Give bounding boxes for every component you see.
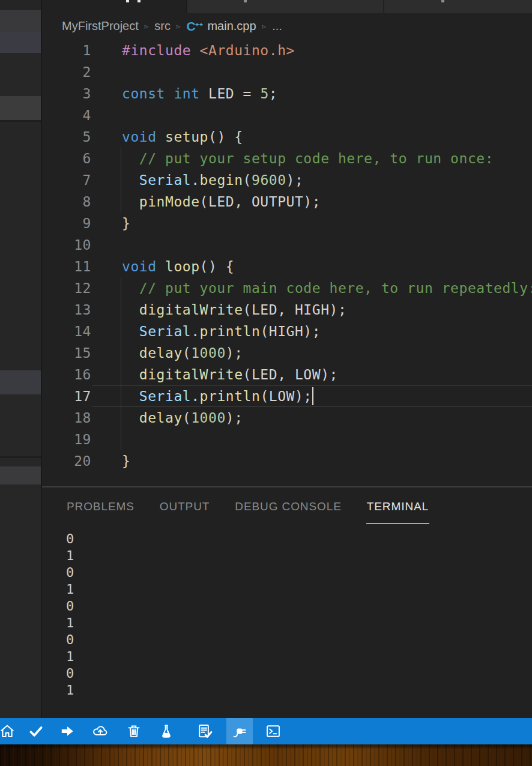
code-text: Serial.println(LOW); <box>122 385 312 407</box>
tasks-checklist-icon[interactable] <box>192 718 218 744</box>
breadcrumb-item-src[interactable]: src <box>154 19 171 33</box>
serial-monitor-plug-icon <box>231 723 249 740</box>
code-line[interactable]: 7 Serial.begin(9600); <box>42 169 532 191</box>
code-token: LED = <box>200 86 261 101</box>
line-number[interactable]: 16 <box>42 364 91 385</box>
cpp-file-icon: C⁺⁺ <box>187 19 204 34</box>
code-line[interactable]: 19 <box>42 429 532 450</box>
breadcrumb-item-project[interactable]: MyFirstProject <box>62 19 139 33</box>
line-number[interactable]: 14 <box>42 321 91 342</box>
code-token: <Arduino.h> <box>200 43 295 58</box>
line-number[interactable]: 5 <box>42 126 91 148</box>
code-line[interactable]: 9} <box>42 213 532 234</box>
chevron-right-icon: ▹ <box>262 22 267 31</box>
serial-monitor-plug-icon[interactable] <box>226 718 253 744</box>
background-band <box>0 484 42 718</box>
line-number[interactable]: 7 <box>42 169 91 191</box>
code-line[interactable]: 20} <box>42 450 532 472</box>
code-editor[interactable]: 1#include <Arduino.h>23const int LED = 5… <box>42 40 532 472</box>
tab-inactive-clipped[interactable] <box>187 0 384 13</box>
code-token: pinMode <box>139 194 200 210</box>
remote-upload-cloud-icon[interactable] <box>87 718 113 744</box>
line-number[interactable]: 4 <box>42 104 91 126</box>
code-token: ); <box>226 410 243 426</box>
code-text: delay(1000); <box>122 407 243 429</box>
code-line[interactable]: 13 digitalWrite(LED, HIGH); <box>42 299 532 321</box>
code-token: println <box>200 324 261 339</box>
line-number[interactable]: 13 <box>42 299 91 321</box>
code-token: ; <box>269 86 277 101</box>
clean-trash-icon <box>126 723 142 739</box>
panel-tab-debug-console[interactable]: DEBUG CONSOLE <box>234 487 342 524</box>
code-line[interactable]: 17 Serial.println(LOW); <box>42 385 532 407</box>
upload-arrow-icon[interactable] <box>54 718 80 744</box>
code-line[interactable]: 6 // put your setup code here, to run on… <box>42 148 532 169</box>
home-icon[interactable] <box>0 718 20 744</box>
tab-inactive-clipped[interactable] <box>384 0 532 13</box>
clean-trash-icon[interactable] <box>121 718 147 744</box>
code-line[interactable]: 11void loop() { <box>42 256 532 277</box>
code-text: void loop() { <box>122 256 234 277</box>
code-token <box>122 410 139 426</box>
panel-tab-output[interactable]: OUTPUT <box>159 487 211 524</box>
line-number[interactable]: 15 <box>42 342 91 364</box>
code-token: void <box>122 259 157 274</box>
code-line[interactable]: 14 Serial.println(HIGH); <box>42 321 532 342</box>
line-number[interactable]: 1 <box>42 40 91 61</box>
editor-area: MyFirstProject ▹ src ▹ C⁺⁺ main.cpp ▹ ..… <box>42 0 532 718</box>
tasks-checklist-icon <box>196 723 213 740</box>
line-number[interactable]: 19 <box>42 429 91 450</box>
code-line[interactable]: 4 <box>42 104 532 126</box>
line-number[interactable]: 3 <box>42 83 91 104</box>
code-text: digitalWrite(LED, LOW); <box>122 364 338 385</box>
editor-tab-bar <box>42 0 532 13</box>
background-band <box>0 96 42 120</box>
panel-tab-terminal[interactable]: TERMINAL <box>366 487 429 524</box>
text-cursor <box>312 387 313 405</box>
code-line[interactable]: 12 // put your main code here, to run re… <box>42 277 532 299</box>
line-number[interactable]: 12 <box>42 277 91 299</box>
code-token <box>122 302 139 318</box>
line-number[interactable]: 20 <box>42 450 91 472</box>
line-number[interactable]: 8 <box>42 191 91 213</box>
line-number[interactable]: 10 <box>42 234 91 256</box>
line-number[interactable]: 11 <box>42 256 91 277</box>
code-line[interactable]: 8 pinMode(LED, OUTPUT); <box>42 191 532 213</box>
line-number[interactable]: 6 <box>42 148 91 169</box>
code-line[interactable]: 16 digitalWrite(LED, LOW); <box>42 364 532 385</box>
terminal-toggle-icon[interactable] <box>260 718 286 744</box>
build-check-icon[interactable] <box>23 718 49 744</box>
code-line[interactable]: 5void setup() { <box>42 126 532 148</box>
tab-label-clipped <box>441 0 444 2</box>
terminal-toggle-icon <box>265 723 282 740</box>
code-token: . <box>191 388 199 404</box>
breadcrumb-item-symbol-ellipsis[interactable]: ... <box>272 19 282 33</box>
code-token: loop <box>165 259 200 274</box>
code-text: Serial.begin(9600); <box>122 169 303 191</box>
code-text: Serial.println(HIGH); <box>122 321 321 342</box>
code-line[interactable]: 15 delay(1000); <box>42 342 532 364</box>
code-line[interactable]: 1#include <Arduino.h> <box>42 40 532 61</box>
code-text: const int LED = 5; <box>122 83 277 104</box>
terminal-output[interactable]: 0101010101 <box>66 531 74 699</box>
panel-tab-problems[interactable]: PROBLEMS <box>66 487 135 524</box>
line-number[interactable]: 9 <box>42 213 91 234</box>
code-line[interactable]: 3const int LED = 5; <box>42 83 532 104</box>
code-line[interactable]: 18 delay(1000); <box>42 407 532 429</box>
code-token: . <box>191 324 199 339</box>
background-sidebar-strip <box>0 0 42 718</box>
line-number[interactable]: 17 <box>42 385 91 407</box>
code-token: setup <box>165 129 208 145</box>
test-flask-icon[interactable] <box>153 718 180 744</box>
line-number[interactable]: 2 <box>42 61 91 83</box>
line-number[interactable]: 18 <box>42 407 91 429</box>
terminal-line: 1 <box>66 648 74 665</box>
code-token: void <box>122 129 157 145</box>
tab-active-clipped[interactable] <box>42 0 187 13</box>
code-token: (LED, OUTPUT); <box>200 194 321 210</box>
breadcrumb-item-file[interactable]: main.cpp <box>207 19 256 33</box>
code-line[interactable]: 10 <box>42 234 532 256</box>
code-text: // put your main code here, to run repea… <box>122 277 532 299</box>
code-line[interactable]: 2 <box>42 61 532 83</box>
build-check-icon <box>28 723 44 739</box>
